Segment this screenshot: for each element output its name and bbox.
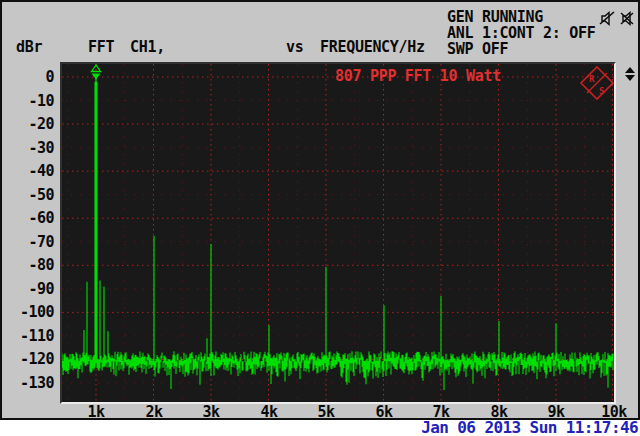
unit-label: dBr xyxy=(16,39,42,55)
y-tick-label: -90 xyxy=(2,280,54,298)
svg-text:S: S xyxy=(599,86,604,96)
y-tick-label: -70 xyxy=(2,233,54,251)
y-tick-label: -10 xyxy=(2,92,54,110)
y-tick-label: -20 xyxy=(2,115,54,133)
y-tick-label: -40 xyxy=(2,162,54,180)
x-tick-label: 3k xyxy=(191,404,231,420)
fft-plot-svg xyxy=(62,64,614,402)
y-tick-label: -80 xyxy=(2,256,54,274)
status-anl: ANL 1:CONT 2: OFF xyxy=(447,25,595,41)
function-label: FFT xyxy=(88,39,114,55)
x-tick-label: 5k xyxy=(306,404,346,420)
x-tick-label: 6k xyxy=(364,404,404,420)
channel-label: CH1, xyxy=(130,39,165,55)
svg-text:R: R xyxy=(589,74,595,84)
y-tick-label: -60 xyxy=(2,209,54,227)
headphones-muted-icon xyxy=(599,10,616,31)
status-swp: SWP OFF xyxy=(447,41,508,57)
fft-plot-area xyxy=(60,62,616,404)
frequency-label: FREQUENCY/Hz xyxy=(320,39,425,55)
y-tick-label: 0 xyxy=(2,68,54,86)
y-tick-label: -120 xyxy=(2,350,54,368)
speaker-muted-icon xyxy=(619,10,636,31)
x-tick-label: 4k xyxy=(249,404,289,420)
analyzer-screen: dBr FFT CH1, vs FREQUENCY/Hz GEN RUNNING… xyxy=(0,0,640,420)
vs-label: vs xyxy=(286,39,303,55)
datetime-display: Jan 06 2013 Sun 11:17:46 xyxy=(0,420,640,436)
y-tick-label: -30 xyxy=(2,139,54,157)
plot-title: 807 PPP FFT 10 Watt xyxy=(335,67,501,85)
y-tick-label: -50 xyxy=(2,186,54,204)
x-tick-label: 2k xyxy=(134,404,174,420)
scroll-spin-control[interactable] xyxy=(622,66,638,82)
status-gen: GEN RUNNING xyxy=(447,9,543,25)
y-tick-label: -100 xyxy=(2,303,54,321)
y-tick-label: -130 xyxy=(2,374,54,392)
y-tick-label: -110 xyxy=(2,327,54,345)
rohde-schwarz-logo-icon: R S xyxy=(579,65,615,101)
x-tick-label: 1k xyxy=(76,404,116,420)
